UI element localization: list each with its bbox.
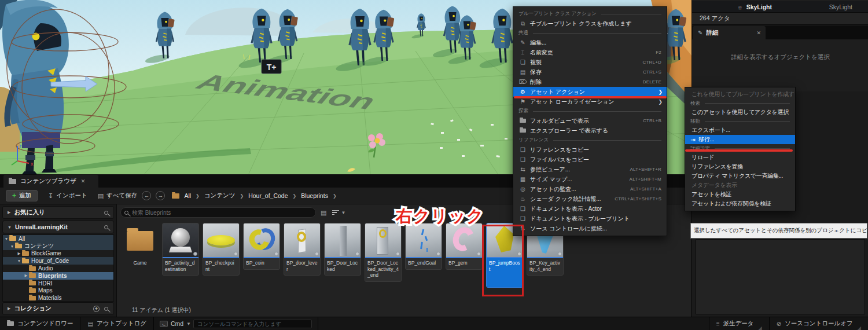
submenu-item-migrate[interactable]: ⇥移行...: [685, 135, 795, 144]
menu-item-copy-file-path[interactable]: ❏ファイルパスをコピー: [513, 155, 667, 164]
asset-search-row: ▤ ▼: [120, 207, 345, 218]
tree-item-hour-of-code[interactable]: ▼Hour_of_Code: [3, 257, 113, 265]
submenu-item-replace-references[interactable]: リファレンスを置換: [685, 162, 795, 171]
expand-arrow-icon: ▶: [8, 306, 10, 311]
menu-item-size-map[interactable]: ▦サイズ マップ...ALT+SHIFT+M: [513, 174, 667, 184]
menu-item-save[interactable]: ▤保存CTRL+S: [513, 67, 667, 77]
asset-bp-door-locked-activity-4-end[interactable]: BP_Door_Locked_activity_4_end: [365, 223, 402, 282]
search-assets-input[interactable]: [132, 210, 300, 216]
tree-item-blockgame[interactable]: ▶BlockGame: [3, 250, 113, 258]
audit-icon: ◎: [518, 186, 527, 192]
annotation-right-click-label: 右クリック: [379, 203, 501, 229]
menu-item-asset-actions[interactable]: ⚙アセット アクション❯: [513, 87, 667, 97]
asset-bp-endgoal[interactable]: BP_endGoal: [405, 223, 442, 270]
reference-viewer-icon: ⇆: [518, 166, 527, 173]
submenu-item-reload[interactable]: リロード: [685, 153, 795, 162]
asset-bp-checkpoint[interactable]: BP_checkpoint: [203, 223, 240, 276]
forward-button[interactable]: →: [156, 191, 165, 200]
breadcrumb-all[interactable]: All: [184, 192, 191, 199]
filter-icon[interactable]: [332, 209, 339, 217]
console-command-bar[interactable]: ›_ Cmd ▼: [154, 317, 318, 330]
back-button[interactable]: ←: [142, 191, 151, 200]
details-tab-close-icon[interactable]: ✕: [756, 30, 761, 36]
search-icon[interactable]: [104, 307, 108, 311]
menu-item-duplicate[interactable]: ❏複製CTRL+D: [513, 57, 667, 67]
console-command-input[interactable]: [193, 320, 312, 328]
chevron-down-icon: ▼: [186, 321, 191, 327]
source-header-unreallearningkit[interactable]: ▼ UnrealLearningKit: [2, 221, 114, 233]
search-icon[interactable]: [104, 211, 108, 215]
asset-bp-door-locked[interactable]: BP_Door_Locked: [324, 223, 361, 276]
breadcrumb-content[interactable]: コンテンツ: [204, 192, 236, 200]
asset-thumbnail: [325, 223, 361, 258]
resize-grip-icon: ◢: [759, 325, 762, 330]
asset-thumbnail: [163, 223, 198, 258]
menu-item-rename[interactable]: ⌶名前変更F2: [513, 47, 667, 57]
submenu-item-create-blueprint-using[interactable]: これを使用してブループリントを作成する...: [685, 90, 795, 99]
menu-item-connect-source-control[interactable]: ⇅ソース コントロールに接続...: [513, 223, 667, 233]
output-log-button[interactable]: ▤ アウトプットログ: [80, 317, 153, 330]
tree-item-all[interactable]: ▼All: [3, 235, 113, 243]
breadcrumb-hour-of-code[interactable]: Hour_of_Code: [248, 192, 288, 199]
asset-bp-gem[interactable]: BP_gem: [446, 223, 483, 270]
shader-icon: ♨: [518, 196, 527, 202]
actor-count: 264 アクタ: [692, 12, 868, 25]
folder-tree: ▼All ▼コンテンツ ▶BlockGame ▼Hour_of_Code Aud…: [2, 234, 114, 302]
favorites-header[interactable]: ▶ お気に入り: [2, 206, 114, 219]
breadcrumb-folder-icon: [172, 193, 179, 199]
tree-item-content[interactable]: ▼コンテンツ: [3, 243, 113, 250]
asset-bp-door-lever[interactable]: BP_door_lever: [284, 223, 321, 276]
menu-item-show-documentation-blueprint[interactable]: ❏ドキュメントを表示 - ブループリント: [513, 214, 667, 223]
tab-content-browser[interactable]: コンテンツブラウザ ✕: [3, 175, 98, 188]
save-all-button[interactable]: ▤ すべて保存: [98, 192, 138, 200]
asset-thumbnail: [284, 223, 320, 258]
submenu-item-show-metadata[interactable]: メタデータを表示: [685, 181, 795, 190]
submenu-item-property-matrix[interactable]: プロパティ マトリクスで一斉編集...: [685, 171, 795, 181]
content-drawer-button[interactable]: コンテンツドロワー: [0, 317, 80, 330]
menu-item-show-in-folder-view[interactable]: フォルダビューで表示CTRL+B: [513, 116, 667, 126]
save-search-icon[interactable]: ▤: [321, 209, 326, 217]
save-icon: ▤: [518, 69, 527, 75]
source-control-off-icon: ⊘: [777, 321, 781, 327]
tree-item-materials[interactable]: Materials: [3, 294, 113, 302]
submenu-item-select-actors-using-asset[interactable]: このアセットを使用してアクタを選択: [685, 108, 795, 117]
submenu-item-validate-assets-and-dependencies[interactable]: アセットおよび依存関係を検証: [685, 199, 795, 208]
tab-details[interactable]: ✎ 詳細 ✕: [693, 26, 766, 39]
tree-item-hdri[interactable]: HDRI: [3, 280, 113, 287]
menu-item-reference-viewer[interactable]: ⇆参照ビューア...ALT+SHIFT+R: [513, 164, 667, 174]
annotation-underline-migrate: [685, 149, 793, 152]
outliner-row-skylight[interactable]: ☼SkyLight SkyLight: [692, 1, 868, 12]
tree-item-audio[interactable]: Audio: [3, 265, 113, 272]
menu-item-audit-assets[interactable]: ◎アセットの監査...ALT+SHIFT+A: [513, 184, 667, 194]
tree-item-maps[interactable]: Maps: [3, 287, 113, 295]
add-collection-icon[interactable]: +: [93, 306, 100, 312]
menu-item-show-documentation-actor[interactable]: ❏ドキュメントを表示 - Actor: [513, 204, 667, 214]
search-icon[interactable]: [104, 225, 108, 229]
add-button[interactable]: + 追加: [6, 190, 38, 201]
content-browser-tab-close-icon[interactable]: ✕: [81, 178, 86, 184]
chevron-down-icon: ▼: [341, 210, 345, 215]
rename-icon: ⌶: [518, 49, 527, 56]
chevron-right-icon: ❯: [292, 193, 296, 199]
collections-header[interactable]: ▶ コレクション +: [2, 302, 114, 315]
menu-item-shader-cook-stats[interactable]: ♨シェーダ クック統計情報...CTRL+ALT+SHIFT+S: [513, 194, 667, 204]
asset-bp-coin[interactable]: BP_coin: [243, 223, 280, 270]
derived-data-button[interactable]: ≡ 派生データ ◢: [709, 317, 769, 330]
menu-item-copy-reference[interactable]: ❏リファレンスをコピー: [513, 145, 667, 155]
menu-item-edit[interactable]: ✎編集...: [513, 38, 667, 47]
submenu-item-validate-assets[interactable]: アセットを検証: [685, 190, 795, 199]
folder-icon: [29, 281, 36, 285]
source-control-button[interactable]: ⊘ ソースコントロールオフ ◢: [769, 317, 868, 330]
menu-item-delete[interactable]: ⌦削除DELETE: [513, 77, 667, 87]
open-folder-icon: [9, 236, 16, 241]
menu-item-show-in-explorer[interactable]: エクスプローラー で表示する: [513, 126, 667, 135]
asset-bp-activity-destination[interactable]: BP_activity_destination: [162, 223, 199, 276]
menu-item-create-child-blueprint[interactable]: ⧉子ブループリント クラスを作成します: [513, 19, 667, 28]
submenu-item-export[interactable]: エクスポート...: [685, 126, 795, 135]
menu-section-header: リファレンス: [513, 135, 667, 145]
asset-folder-game[interactable]: Game: [122, 223, 159, 270]
breadcrumb-blueprints[interactable]: Blueprints: [301, 192, 328, 199]
search-assets-input-wrap[interactable]: [120, 207, 316, 218]
tree-item-blueprints[interactable]: ▶Blueprints: [3, 272, 113, 280]
import-button[interactable]: ↧ インポート: [48, 192, 87, 200]
